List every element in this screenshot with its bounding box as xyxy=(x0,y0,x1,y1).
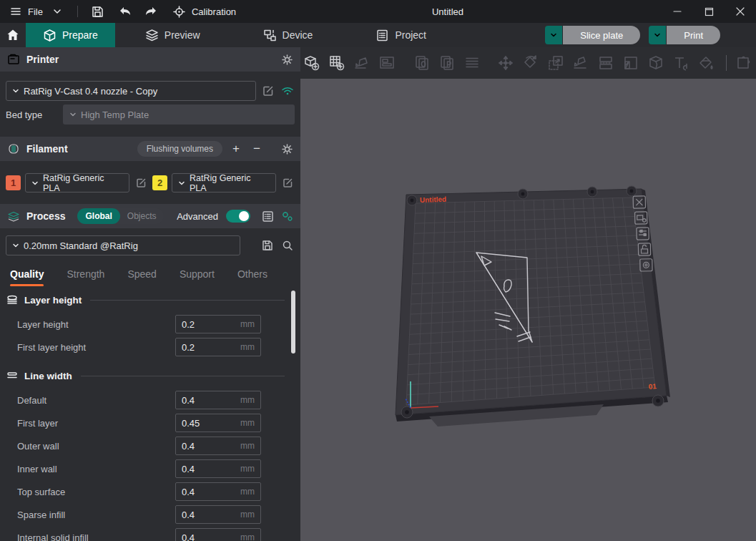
param-label: Default xyxy=(0,395,175,406)
default-line-width-input[interactable]: 0.4 mm xyxy=(175,391,261,409)
remove-filament-button[interactable]: − xyxy=(250,142,264,156)
assembly-view-icon[interactable] xyxy=(735,54,754,72)
file-menu[interactable]: File xyxy=(9,4,43,19)
filament-settings-gear-icon[interactable] xyxy=(280,142,293,155)
layer-height-section-header: Layer height xyxy=(0,292,300,308)
print-options-chevron[interactable] xyxy=(649,26,666,44)
flushing-volumes-button[interactable]: Flushing volumes xyxy=(137,141,222,157)
tab-strength[interactable]: Strength xyxy=(67,268,104,286)
printer-edit-icon[interactable] xyxy=(261,84,275,98)
tab-device-label: Device xyxy=(283,29,313,41)
slice-plate-button[interactable]: Slice plate xyxy=(563,26,640,44)
bed-type-select[interactable]: High Temp Plate xyxy=(63,104,295,125)
copy-icon[interactable] xyxy=(413,54,431,72)
param-value: 0.4 xyxy=(182,395,195,406)
first-layer-height-input[interactable]: 0.2 mm xyxy=(175,338,261,356)
top-surface-line-width-input[interactable]: 0.4 mm xyxy=(175,482,261,501)
redo-icon[interactable] xyxy=(144,4,158,19)
param-row: Default 0.4 mm xyxy=(0,389,300,411)
arrange-icon[interactable] xyxy=(378,54,396,72)
printer-settings-gear-icon[interactable] xyxy=(280,53,293,66)
layer-height-input[interactable]: 0.2 mm xyxy=(175,315,261,333)
print-button[interactable]: Print xyxy=(667,26,720,44)
printer-preset-select[interactable]: RatRig V-Cast 0.4 nozzle - Copy xyxy=(6,81,256,101)
paste-icon[interactable] xyxy=(438,54,456,72)
outer-wall-line-width-input[interactable]: 0.4 mm xyxy=(175,437,261,455)
advanced-label: Advanced xyxy=(177,211,218,222)
home-button[interactable] xyxy=(0,23,26,47)
add-plate-icon[interactable] xyxy=(328,54,346,72)
filament-2-badge[interactable]: 2 xyxy=(152,175,167,190)
minimize-button[interactable] xyxy=(662,0,693,23)
file-chevron-icon[interactable] xyxy=(50,4,64,19)
filament-1-select[interactable]: RatRig Generic PLA xyxy=(25,173,129,192)
inner-wall-line-width-input[interactable]: 0.4 mm xyxy=(175,459,261,478)
plate-number-label: 01 xyxy=(648,382,657,391)
scope-objects[interactable]: Objects xyxy=(120,211,164,221)
filament-2-edit-icon[interactable] xyxy=(280,176,295,190)
compare-presets-icon[interactable] xyxy=(280,210,293,223)
plate-name-label: Untitled xyxy=(420,195,447,204)
tab-project[interactable]: Project xyxy=(358,23,443,47)
search-settings-icon[interactable] xyxy=(280,238,295,253)
split-objects-icon[interactable] xyxy=(463,54,481,72)
param-label: Inner wall xyxy=(0,464,175,474)
filament-1-badge[interactable]: 1 xyxy=(6,175,21,190)
settings-scrollbar[interactable] xyxy=(291,291,295,354)
text-tool-icon[interactable] xyxy=(672,54,690,72)
add-filament-button[interactable]: + xyxy=(229,142,243,156)
filament-1-edit-icon[interactable] xyxy=(134,176,148,190)
filament-2-value: RatRig Generic PLA xyxy=(190,173,270,193)
calibration-label: Calibration xyxy=(192,6,236,17)
tab-speed[interactable]: Speed xyxy=(127,268,156,286)
viewport: Untitled 01 xyxy=(300,47,756,541)
tab-prepare[interactable]: Prepare xyxy=(26,23,115,47)
sparse-infill-line-width-input[interactable]: 0.4 mm xyxy=(175,505,261,524)
sidebar: Printer RatRig V-Cast 0.4 nozzle - Copy … xyxy=(0,47,300,541)
auto-orient-icon[interactable] xyxy=(353,54,371,72)
layer-height-icon xyxy=(6,293,19,306)
tab-device[interactable]: Device xyxy=(246,23,330,47)
close-button[interactable] xyxy=(725,0,756,23)
save-preset-icon[interactable] xyxy=(260,238,275,253)
filament-section-title: Filament xyxy=(26,143,68,155)
process-scope-toggle[interactable]: Global Objects xyxy=(77,208,163,224)
bed-type-label: Bed type xyxy=(6,109,63,120)
param-row: Internal solid infill 0.4 mm xyxy=(0,526,300,541)
param-unit: mm xyxy=(240,395,255,405)
rotate-icon[interactable] xyxy=(521,54,540,72)
filament-1-value: RatRig Generic PLA xyxy=(43,173,123,193)
save-icon[interactable] xyxy=(91,4,105,19)
internal-solid-infill-line-width-input[interactable]: 0.4 mm xyxy=(175,528,261,541)
split-plate-icon[interactable] xyxy=(597,54,615,72)
variable-layer-height-icon[interactable] xyxy=(622,54,640,72)
printer-section-header: Printer xyxy=(0,47,300,72)
tab-quality[interactable]: Quality xyxy=(10,268,44,286)
scope-global[interactable]: Global xyxy=(77,208,119,224)
scene-3d[interactable]: Untitled 01 xyxy=(300,79,756,541)
add-model-icon[interactable] xyxy=(303,54,321,72)
maximize-button[interactable] xyxy=(693,0,725,23)
parameter-table-icon[interactable] xyxy=(261,210,274,223)
cut-icon[interactable] xyxy=(647,54,665,72)
process-preset-select[interactable]: 0.20mm Standard @RatRig xyxy=(6,235,240,255)
first-layer-line-width-input[interactable]: 0.45 mm xyxy=(175,414,261,432)
move-icon[interactable] xyxy=(496,54,515,72)
param-value: 0.2 xyxy=(182,342,195,353)
paint-tool-icon[interactable] xyxy=(697,54,715,72)
slice-options-chevron[interactable] xyxy=(545,26,562,44)
printer-preset-value: RatRig V-Cast 0.4 nozzle - Copy xyxy=(24,86,157,97)
process-tabs: Quality Strength Speed Support Others xyxy=(0,265,300,286)
advanced-toggle[interactable] xyxy=(226,210,250,223)
place-on-face-icon[interactable] xyxy=(571,54,590,72)
calibration-menu[interactable]: Calibration xyxy=(172,4,236,19)
plate-print-area[interactable] xyxy=(406,198,655,405)
tab-support[interactable]: Support xyxy=(180,268,215,286)
filament-2-select[interactable]: RatRig Generic PLA xyxy=(172,173,276,192)
printer-wifi-icon[interactable] xyxy=(280,84,295,98)
undo-icon[interactable] xyxy=(118,4,132,19)
param-label: First layer height xyxy=(0,342,175,353)
scale-icon[interactable] xyxy=(546,54,565,72)
tab-preview[interactable]: Preview xyxy=(128,23,217,47)
tab-others[interactable]: Others xyxy=(237,268,267,286)
